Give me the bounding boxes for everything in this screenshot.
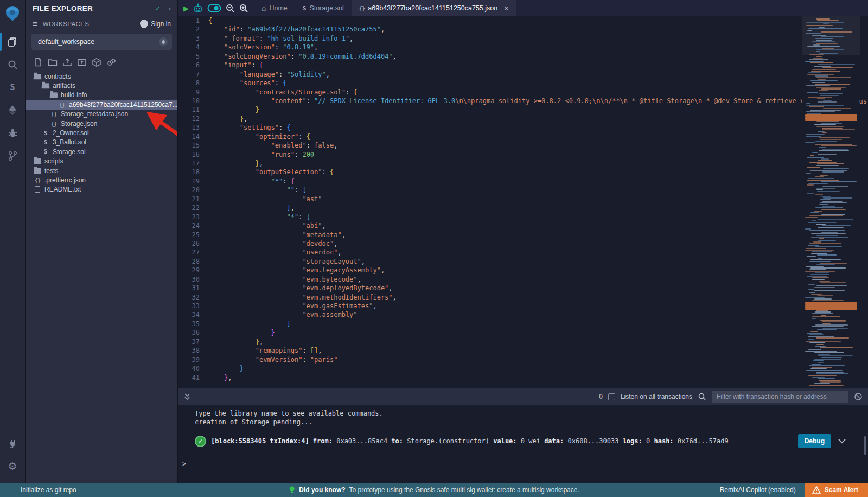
code-line-11[interactable]: 11 } — [178, 105, 868, 114]
code-line-12[interactable]: 12 }, — [178, 114, 868, 123]
code-line-23[interactable]: 23 "*": [ — [178, 213, 868, 221]
code-line-32[interactable]: 32 "evm.methodIdentifiers", — [178, 293, 868, 302]
code-line-24[interactable]: 24 "abi", — [178, 221, 868, 230]
scam-alert-label: Scam Alert — [825, 486, 858, 494]
code-line-25[interactable]: 25 "metadata", — [178, 231, 868, 239]
upload-folder-icon[interactable] — [77, 58, 87, 67]
code-line-22[interactable]: 22 ], — [178, 203, 868, 212]
code-line-41[interactable]: 41 }, — [178, 373, 868, 382]
code-line-35[interactable]: 35 ] — [178, 320, 868, 328]
git-init-button[interactable]: Initialize as git repo — [0, 486, 76, 494]
code-line-26[interactable]: 26 "devdoc", — [178, 239, 868, 248]
code-line-36[interactable]: 36 } — [178, 328, 868, 337]
expand-tx-icon[interactable] — [838, 438, 846, 444]
tree-item-tests[interactable]: tests — [26, 166, 177, 175]
search-icon[interactable] — [0, 53, 25, 76]
code-line-3[interactable]: 3 "_format": "hh-sol-build-info-1", — [178, 34, 868, 43]
code-line-19[interactable]: 19 "*": { — [178, 177, 868, 186]
tree-item-storage-json[interactable]: {}Storage.json — [26, 119, 177, 128]
file-explorer-icon[interactable] — [0, 30, 25, 53]
filter-input[interactable] — [712, 391, 848, 403]
tree-item-2-owner-sol[interactable]: S2_Owner.sol — [26, 128, 177, 137]
code-line-2[interactable]: 2 "id": "a69b43f277ba20fcac141151250ca75… — [178, 25, 868, 34]
copilot-status[interactable]: RemixAI Copilot (enabled) — [720, 486, 796, 494]
link-icon[interactable] — [106, 58, 117, 67]
scam-alert-badge[interactable]: Scam Alert — [805, 483, 868, 497]
tree-item--prettierrc-json[interactable]: {}.prettierrc.json — [26, 175, 177, 184]
zoom-in-icon[interactable] — [239, 3, 248, 13]
code-line-13[interactable]: 13 "settings": { — [178, 123, 868, 132]
code-line-10[interactable]: 10 "content": "// SPDX-License-Identifie… — [178, 97, 868, 105]
terminal-scrollbar[interactable] — [864, 436, 866, 455]
code-line-34[interactable]: 34 "evm.assembly" — [178, 310, 868, 319]
publish-box-icon[interactable] — [92, 58, 101, 67]
new-file-icon[interactable] — [34, 58, 43, 67]
minimap[interactable] — [802, 16, 860, 388]
plugin-manager-icon[interactable] — [0, 432, 25, 455]
ai-copilot-icon[interactable] — [193, 3, 203, 14]
listen-checkbox[interactable] — [608, 393, 615, 400]
code-line-33[interactable]: 33 "evm.gasEstimates", — [178, 302, 868, 310]
code-line-39[interactable]: 39 "evmVersion": "paris" — [178, 355, 868, 364]
run-script-button[interactable]: ▶ — [183, 4, 189, 12]
tab-build-info-json[interactable]: {} a69b43f277ba20fcac141151250ca755.json… — [352, 0, 516, 16]
tab-storage-sol[interactable]: S Storage.sol — [295, 0, 352, 16]
remix-logo-icon[interactable] — [3, 4, 22, 23]
git-icon[interactable] — [0, 144, 25, 167]
new-folder-icon[interactable] — [48, 58, 58, 67]
tree-item-a69b43f277ba20fcac141151250ca7-[interactable]: {}a69b43f277ba20fcac141151250ca7... — [26, 100, 177, 109]
code-line-18[interactable]: 18 "outputSelection": { — [178, 168, 868, 176]
code-line-4[interactable]: 4 "solcVersion": "0.8.19", — [178, 43, 868, 52]
code-line-1[interactable]: 1{ — [178, 16, 868, 25]
lightbulb-icon — [289, 486, 295, 494]
debugger-icon[interactable] — [0, 122, 25, 144]
tree-item-artifacts[interactable]: artifacts — [26, 81, 177, 90]
code-line-7[interactable]: 7 "language": "Solidity", — [178, 70, 868, 79]
debug-button[interactable]: Debug — [798, 434, 831, 448]
workspace-select[interactable]: default_workspace — [31, 34, 172, 50]
expand-terminal-icon[interactable] — [183, 392, 191, 401]
code-line-15[interactable]: 15 "enabled": false, — [178, 141, 868, 150]
workspaces-menu-icon[interactable]: ≡ — [33, 19, 37, 28]
clear-console-icon[interactable] — [854, 392, 863, 401]
code-line-17[interactable]: 17 }, — [178, 159, 868, 168]
code-line-14[interactable]: 14 "optimizer": { — [178, 132, 868, 141]
tree-item-scripts[interactable]: scripts — [26, 157, 177, 166]
code-editor[interactable]: us 1{2 "id": "a69b43f277ba20fcac14115125… — [178, 16, 868, 388]
code-line-37[interactable]: 37 }, — [178, 337, 868, 346]
tree-item-contracts[interactable]: contracts — [26, 72, 177, 81]
panel-chevron-right-icon[interactable]: › — [169, 4, 171, 12]
code-line-30[interactable]: 30 "evm.bytecode", — [178, 275, 868, 284]
code-line-29[interactable]: 29 "evm.legacyAssembly", — [178, 266, 868, 275]
tree-item-storage-sol[interactable]: SStorage.sol — [26, 147, 177, 156]
code-line-5[interactable]: 5 "solcLongVersion": "0.8.19+commit.7dd6… — [178, 52, 868, 61]
code-line-28[interactable]: 28 "storageLayout", — [178, 257, 868, 266]
code-line-9[interactable]: 9 "contracts/Storage.sol": { — [178, 88, 868, 97]
terminal-search-icon[interactable] — [698, 392, 706, 401]
code-line-31[interactable]: 31 "evm.deployedBytecode", — [178, 284, 868, 292]
code-line-8[interactable]: 8 "sources": { — [178, 79, 868, 87]
code-line-20[interactable]: 20 "": [ — [178, 186, 868, 194]
tree-item-storage-metadata-json[interactable]: {}Storage_metadata.json — [26, 110, 177, 119]
upload-file-icon[interactable] — [62, 58, 72, 67]
tree-item-build-info[interactable]: build-info — [26, 91, 177, 100]
close-tab-icon[interactable]: × — [504, 4, 508, 12]
tree-item-3-ballot-sol[interactable]: S3_Ballot.sol — [26, 138, 177, 147]
github-sign-in[interactable]: Sign in — [140, 20, 171, 28]
settings-gear-icon[interactable]: ⚙ — [0, 455, 25, 477]
copilot-toggle-icon[interactable] — [207, 3, 221, 13]
code-line-21[interactable]: 21 "ast" — [178, 195, 868, 203]
code-line-27[interactable]: 27 "userdoc", — [178, 248, 868, 257]
line-number: 15 — [178, 141, 208, 150]
deploy-run-icon[interactable] — [0, 99, 25, 122]
code-line-38[interactable]: 38 "remappings": [], — [178, 346, 868, 355]
terminal-prompt[interactable]: > — [178, 460, 868, 468]
solidity-compiler-icon[interactable]: S — [0, 76, 25, 99]
zoom-out-icon[interactable] — [225, 3, 235, 13]
code-line-16[interactable]: 16 "runs": 200 — [178, 150, 868, 159]
tab-home[interactable]: ⌂ Home — [254, 0, 295, 16]
transaction-log-row[interactable]: ✓ [block:5583405 txIndex:4] from: 0xa03.… — [178, 434, 868, 448]
tree-item-readme-txt[interactable]: README.txt — [26, 185, 177, 194]
code-line-40[interactable]: 40 } — [178, 364, 868, 373]
code-line-6[interactable]: 6 "input": { — [178, 61, 868, 69]
